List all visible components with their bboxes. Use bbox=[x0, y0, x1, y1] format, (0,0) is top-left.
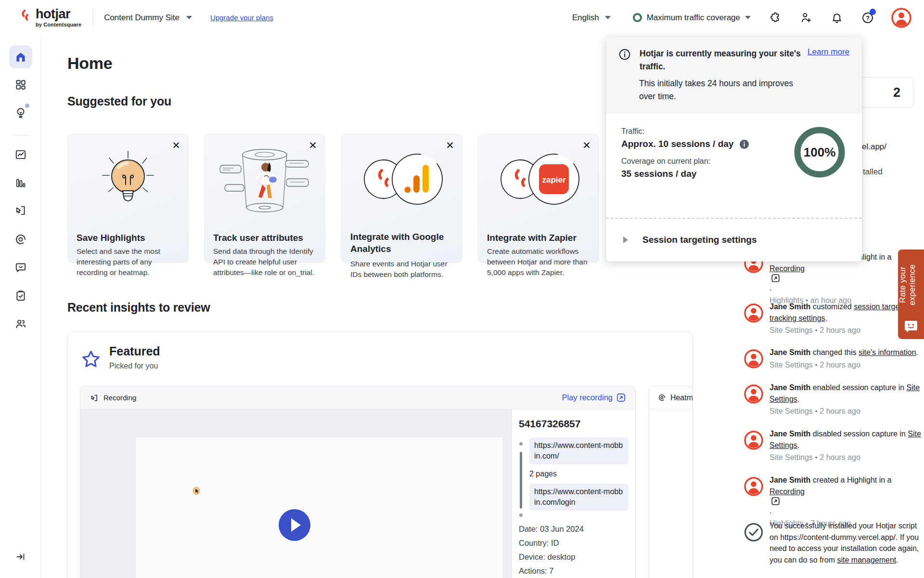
coverage-percent: 100% bbox=[794, 126, 846, 178]
invite-user-button[interactable] bbox=[800, 12, 812, 24]
meta-device: Device: desktop bbox=[519, 550, 629, 564]
card-integrate-google-analytics[interactable]: ✕ Integrate with Google Analytics Share … bbox=[341, 134, 462, 263]
left-sidebar bbox=[0, 35, 41, 578]
timeline-dot bbox=[519, 513, 523, 517]
rate-experience-tab[interactable]: Rate your experience bbox=[898, 250, 924, 339]
card-title: Save Highlights bbox=[77, 233, 182, 243]
recording-panel: Recording Play recording bbox=[80, 386, 636, 578]
meta-country: Country: ID bbox=[519, 536, 629, 550]
featured-card: Featured Picked for you Recording Play r… bbox=[67, 331, 693, 578]
coverage-percent-ring: 100% bbox=[794, 126, 846, 178]
user-avatar-icon bbox=[744, 349, 763, 368]
notifications-button[interactable] bbox=[831, 12, 843, 24]
card-save-highlights[interactable]: ✕ Save Highlights Select and save the mo… bbox=[67, 134, 189, 263]
user-avatar-icon bbox=[744, 384, 763, 404]
session-cursor-marker bbox=[192, 486, 200, 495]
site-selector[interactable]: Content Dummy Site bbox=[104, 13, 192, 23]
card-body: Send data through the Identify API to cr… bbox=[213, 246, 318, 278]
chevron-right-icon bbox=[623, 236, 628, 243]
person-add-icon bbox=[800, 12, 812, 24]
sidebar-item-interviews[interactable] bbox=[9, 312, 32, 335]
brand-name: hotjar bbox=[36, 8, 81, 21]
survey-clipboard-icon bbox=[14, 289, 27, 302]
popup-title: Hotjar is currently measuring your site'… bbox=[640, 47, 806, 73]
user-avatar-icon bbox=[744, 431, 763, 450]
recording-link[interactable]: Recording bbox=[770, 487, 923, 506]
feed-meta: Site Settings • 2 hours ago bbox=[770, 359, 923, 371]
feed-meta: Site Settings • 2 hours ago bbox=[770, 452, 923, 463]
card-integrate-zapier[interactable]: ✕ zapier Integrate with Zapier Create au… bbox=[478, 134, 599, 263]
lightbulb-illustration bbox=[68, 145, 188, 217]
zapier-illustration: zapier bbox=[478, 145, 599, 217]
traffic-value: Approx. 10 sessions / day bbox=[621, 139, 733, 149]
collapse-arrow-icon bbox=[15, 551, 26, 563]
feed-item: Jane Smith enabled session capture in Si… bbox=[744, 382, 923, 417]
learn-more-link[interactable]: Learn more bbox=[808, 47, 849, 73]
sidebar-collapse-button[interactable] bbox=[9, 545, 32, 568]
zapier-wordmark: zapier bbox=[542, 175, 566, 184]
feed-item: Jane Smith disabled session capture in S… bbox=[744, 428, 923, 463]
sidebar-item-insights[interactable] bbox=[9, 101, 32, 124]
site-selector-label: Content Dummy Site bbox=[104, 13, 180, 23]
hotjar-flame-icon bbox=[18, 8, 33, 25]
recorded-page-preview bbox=[136, 437, 502, 578]
feed-item: You successfully installed your Hotjar s… bbox=[744, 520, 923, 565]
feed-meta: Site Settings • 2 hours ago bbox=[770, 406, 923, 417]
bell-icon bbox=[831, 12, 843, 24]
session-targeting-settings[interactable]: Session targeting settings bbox=[606, 218, 862, 262]
sidebar-item-feedback[interactable] bbox=[9, 256, 32, 279]
popup-subtitle: This initially takes 24 hours and improv… bbox=[639, 77, 803, 103]
sidebar-item-funnels[interactable] bbox=[9, 171, 32, 195]
info-filled-icon[interactable] bbox=[739, 139, 749, 149]
timeline-rail bbox=[520, 452, 522, 509]
bar-chart-icon bbox=[14, 177, 27, 189]
upgrade-plans-link[interactable]: Upgrade your plans bbox=[210, 13, 273, 22]
star-icon bbox=[80, 349, 102, 370]
feed-item-text: You successfully installed your Hotjar s… bbox=[770, 520, 923, 565]
sidebar-item-home[interactable] bbox=[9, 45, 32, 68]
heatmap-panel-title: Heatm bbox=[670, 394, 693, 402]
visited-url[interactable]: https://www.content-mobbin.com/login bbox=[529, 484, 629, 511]
language-selector[interactable]: English bbox=[572, 13, 611, 23]
user-avatar[interactable] bbox=[891, 8, 911, 28]
feed-item-text: Jane Smith disabled session capture in S… bbox=[770, 428, 923, 463]
avatar-person-icon bbox=[891, 8, 911, 28]
sidebar-item-trends[interactable] bbox=[9, 143, 32, 166]
feed-link[interactable]: site management bbox=[837, 556, 897, 564]
visited-url[interactable]: https://www.content-mobbin.com/ bbox=[529, 437, 629, 464]
dashboard-grid-icon bbox=[14, 79, 27, 91]
feed-link[interactable]: site's information bbox=[859, 348, 916, 356]
trends-chart-icon bbox=[14, 148, 27, 161]
traffic-coverage-selector[interactable]: Maximum traffic coverage bbox=[633, 13, 751, 23]
page-timeline: https://www.content-mobbin.com/ 2 pages … bbox=[519, 437, 629, 511]
brand-byline: by Contentsquare bbox=[36, 22, 81, 27]
sidebar-item-surveys[interactable] bbox=[9, 284, 32, 307]
traffic-coverage-popup: Hotjar is currently measuring your site'… bbox=[606, 37, 862, 262]
session-targeting-label: Session targeting settings bbox=[642, 235, 757, 245]
feedback-smiley-icon bbox=[904, 320, 918, 333]
sidebar-item-dashboards[interactable] bbox=[9, 73, 32, 96]
hotjar-logo[interactable]: hotjar by Contentsquare bbox=[18, 8, 81, 27]
recording-player[interactable] bbox=[80, 409, 512, 578]
page-title: Home bbox=[67, 54, 112, 73]
integrations-button[interactable] bbox=[769, 12, 782, 24]
recordings-cursor-icon bbox=[14, 204, 27, 217]
feedback-bubble-icon bbox=[14, 261, 27, 274]
rate-experience-label: Rate your experience bbox=[898, 253, 924, 316]
recording-panel-header: Recording Play recording bbox=[80, 386, 635, 409]
users-icon bbox=[14, 317, 27, 330]
help-button[interactable]: ? bbox=[861, 12, 874, 24]
info-icon bbox=[618, 48, 631, 61]
card-body: Share events and Hotjar user IDs between… bbox=[350, 259, 455, 280]
notification-dot bbox=[870, 9, 876, 15]
play-recording-link[interactable]: Play recording bbox=[562, 393, 626, 402]
heatmap-panel[interactable]: Heatm bbox=[649, 386, 693, 578]
sidebar-item-recordings[interactable] bbox=[9, 199, 32, 222]
user-avatar-icon bbox=[744, 303, 763, 323]
language-label: English bbox=[572, 13, 599, 23]
card-track-user-attributes[interactable]: ✕ bbox=[204, 134, 325, 263]
pages-count: 2 pages bbox=[529, 470, 629, 478]
suggested-heading: Suggested for you bbox=[67, 94, 171, 108]
sidebar-item-heatmaps[interactable] bbox=[9, 228, 32, 251]
play-button[interactable] bbox=[279, 509, 310, 541]
